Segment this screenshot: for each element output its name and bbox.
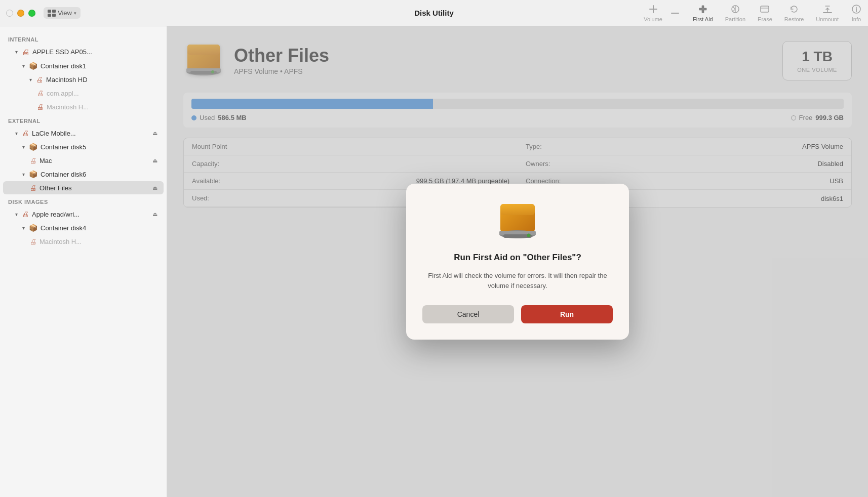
toolbar-volume[interactable]: Volume <box>644 4 662 22</box>
modal-buttons: Cancel Run <box>422 305 613 323</box>
chevron-icon: ▾ <box>29 77 32 82</box>
container-icon: 📦 <box>29 170 37 178</box>
main-container: Internal ▾ 🖨 APPLE SSD AP05... ▾ 📦 Conta… <box>0 26 868 497</box>
internal-section-header: Internal <box>0 32 167 45</box>
volume-toolbar-label: Volume <box>644 16 662 22</box>
traffic-lights <box>6 10 35 17</box>
chevron-icon: ▾ <box>22 225 25 231</box>
sidebar-item-label: Container disk5 <box>41 143 86 151</box>
sidebar-item-macintosh-h-di[interactable]: 🖨 Macintosh H... <box>3 235 164 248</box>
restore-toolbar-label: Restore <box>784 16 804 22</box>
svg-rect-25 <box>499 231 536 235</box>
sidebar-item-label: Container disk4 <box>41 224 86 232</box>
view-button[interactable]: View ▾ <box>44 7 81 19</box>
partition-icon <box>730 4 741 15</box>
info-toolbar-label: Info <box>852 16 861 22</box>
svg-rect-8 <box>761 6 769 12</box>
toolbar-minus[interactable] <box>669 8 681 19</box>
eject-icon[interactable]: ⏏ <box>152 211 157 218</box>
toolbar-first-aid[interactable]: First Aid <box>693 4 713 22</box>
disk-icon: 🖨 <box>22 48 29 56</box>
disk-icon: 🖨 <box>29 237 36 245</box>
restore-icon <box>788 4 800 15</box>
eject-icon[interactable]: ⏏ <box>152 185 157 191</box>
erase-toolbar-label: Erase <box>758 16 772 22</box>
cancel-button[interactable]: Cancel <box>422 305 514 323</box>
sidebar-item-apple-ssd[interactable]: ▾ 🖨 APPLE SSD AP05... <box>3 45 164 59</box>
modal-title: Run First Aid on "Other Files"? <box>422 253 613 263</box>
chevron-icon: ▾ <box>15 131 18 136</box>
minus-icon <box>669 8 681 19</box>
disk-icon: 🖨 <box>22 129 29 137</box>
sidebar-item-label: Macintosh HD <box>46 76 88 84</box>
sidebar-item-label: com.appl... <box>47 90 79 97</box>
sidebar-item-container-disk6[interactable]: ▾ 📦 Container disk6 <box>3 168 164 181</box>
sidebar-item-label: Container disk1 <box>41 62 86 70</box>
sidebar-item-container-disk1[interactable]: ▾ 📦 Container disk1 <box>3 59 164 72</box>
sidebar-item-mac[interactable]: 🖨 Mac ⏏ <box>3 154 164 167</box>
sidebar-item-macintosh-h[interactable]: 🖨 Macintosh H... <box>3 100 164 113</box>
info-icon <box>851 4 862 15</box>
sidebar-item-container-disk4[interactable]: ▾ 📦 Container disk4 <box>3 221 164 234</box>
sidebar-item-label: LaCie Mobile... <box>32 130 76 137</box>
sidebar-item-macintosh-hd[interactable]: ▾ 🖨 Macintosh HD <box>3 73 164 86</box>
sidebar-item-lacie[interactable]: ▾ 🖨 LaCie Mobile... ⏏ <box>3 127 164 140</box>
sidebar-item-label: Macintosh H... <box>47 103 89 111</box>
sidebar-item-apple-readwri[interactable]: ▾ 🖨 Apple read/wri... ⏏ <box>3 208 164 221</box>
sidebar-item-label: Container disk6 <box>41 171 86 178</box>
minimize-button[interactable] <box>17 10 24 17</box>
view-label: View <box>58 9 72 17</box>
sidebar: Internal ▾ 🖨 APPLE SSD AP05... ▾ 📦 Conta… <box>0 26 167 497</box>
container-icon: 📦 <box>29 143 37 151</box>
toolbar-unmount[interactable]: Unmount <box>816 4 839 22</box>
toolbar-right: Volume First Aid Partition <box>644 4 862 22</box>
app-title: Disk Utility <box>414 9 454 17</box>
sidebar-item-container-disk5[interactable]: ▾ 📦 Container disk5 <box>3 140 164 153</box>
eject-icon[interactable]: ⏏ <box>152 157 157 164</box>
modal-overlay: Run First Aid on "Other Files"? First Ai… <box>167 26 868 497</box>
unmount-icon <box>822 4 833 15</box>
toolbar-partition[interactable]: Partition <box>725 4 745 22</box>
toolbar-left: View ▾ <box>44 7 81 19</box>
container-icon: 📦 <box>29 224 37 232</box>
eject-icon[interactable]: ⏏ <box>152 130 157 137</box>
run-button[interactable]: Run <box>521 305 613 323</box>
toolbar-erase[interactable]: Erase <box>758 4 772 22</box>
partition-toolbar-label: Partition <box>725 16 745 22</box>
chevron-icon: ▾ <box>22 63 25 69</box>
disk-icon: 🖨 <box>29 156 36 164</box>
chevron-icon: ▾ <box>15 212 18 217</box>
toolbar-info[interactable]: Info <box>851 4 862 22</box>
disk-icon: 🖨 <box>29 184 36 192</box>
first-aid-toolbar-label: First Aid <box>693 16 713 22</box>
sidebar-item-other-files[interactable]: 🖨 Other Files ⏏ <box>3 181 164 194</box>
titlebar: View ▾ Disk Utility Volume First Aid <box>0 0 868 26</box>
modal-body: First Aid will check the volume for erro… <box>422 271 613 291</box>
first-aid-icon <box>697 4 708 15</box>
disk-icon: 🖨 <box>22 210 29 218</box>
modal-disk-svg <box>497 202 538 242</box>
chevron-down-icon: ▾ <box>74 11 76 16</box>
toolbar-restore[interactable]: Restore <box>784 4 804 22</box>
sidebar-item-label: Mac <box>40 157 52 164</box>
external-section-header: External <box>0 114 167 126</box>
sidebar-item-label: Macintosh H... <box>40 238 82 245</box>
sidebar-item-label: Apple read/wri... <box>32 211 80 218</box>
first-aid-modal: Run First Aid on "Other Files"? First Ai… <box>406 184 629 340</box>
svg-point-15 <box>856 7 857 8</box>
disk-icon: 🖨 <box>36 103 44 111</box>
svg-rect-0 <box>48 10 51 13</box>
svg-rect-2 <box>48 14 51 17</box>
content-area: Other Files APFS Volume • APFS 1 TB ONE … <box>167 26 868 497</box>
svg-rect-1 <box>52 10 56 13</box>
maximize-button[interactable] <box>28 10 35 17</box>
unmount-toolbar-label: Unmount <box>816 16 839 22</box>
close-button[interactable] <box>6 10 13 17</box>
erase-icon <box>759 4 770 15</box>
svg-point-27 <box>527 233 531 237</box>
svg-rect-23 <box>500 204 535 215</box>
sidebar-item-com-appl[interactable]: 🖨 com.appl... <box>3 87 164 100</box>
sidebar-item-label: APPLE SSD AP05... <box>32 48 92 56</box>
svg-rect-3 <box>52 14 56 17</box>
chevron-icon: ▾ <box>22 172 25 177</box>
